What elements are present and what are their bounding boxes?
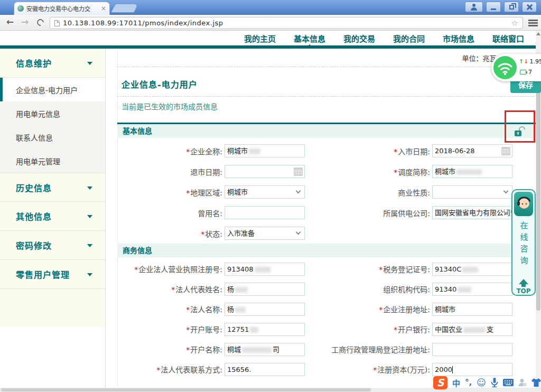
nav-item-my-contracts[interactable]: 我的合同	[393, 33, 425, 44]
redaction-smudge	[458, 287, 471, 293]
tab-title: 安徽电力交易中心电力交	[26, 4, 99, 13]
minimize-button[interactable]	[486, 2, 501, 12]
tuishi-riqi-label: 退市日期:	[117, 166, 225, 177]
faren-daibiao-label: *法人代表姓名:	[117, 284, 225, 294]
network-monitor-widget[interactable]: ↑↓1.95K/s 7	[491, 54, 541, 81]
nav-item-basic-info[interactable]: 基本信息	[294, 33, 325, 44]
page-title: 企业信息-电力用户	[122, 78, 198, 90]
scrollbar-thumb[interactable]	[1, 388, 371, 391]
dili-quyu-label: *地理区域:	[117, 187, 225, 198]
address-bar[interactable]: 10.138.108.99:17011/pmos/index/index.jsp…	[50, 17, 523, 29]
faren-daibiao-input[interactable]: 杨	[225, 283, 305, 296]
bookmark-star-icon[interactable]: ☆	[511, 18, 518, 28]
skin-tshirt-icon[interactable]	[531, 378, 541, 387]
sidebar-item-power-unit-info[interactable]: 用电单元信息	[0, 101, 105, 125]
redaction-smudge	[255, 267, 270, 273]
sogou-logo[interactable]: S	[433, 376, 447, 389]
sidebar-group-retail[interactable]: 零售用户管理	[0, 260, 105, 289]
zhuangtai-label: *状态:	[117, 228, 225, 239]
scrollbar-thumb[interactable]	[536, 79, 540, 311]
forward-button[interactable]: →	[21, 16, 29, 27]
annotation-red-box	[505, 110, 535, 143]
zhuangtai-select[interactable]: 入市准备	[225, 227, 305, 240]
sidebar-item-enterprise-info[interactable]: 企业信息-电力用户	[0, 78, 105, 101]
sidebar-group-password[interactable]: 密码修改	[0, 231, 105, 260]
tuishi-riqi-input[interactable]	[225, 165, 305, 178]
cengyongming-input[interactable]	[225, 206, 305, 219]
rushi-riqi-input[interactable]: 2018-06-28	[432, 144, 512, 157]
ime-punctuation[interactable]: °,	[465, 378, 472, 387]
chevron-down-icon	[503, 189, 509, 194]
close-button[interactable]	[522, 2, 537, 12]
online-consult-widget[interactable]: 在线咨询 TOP	[511, 189, 536, 296]
keyboard-icon[interactable]	[503, 379, 514, 386]
kaihu-zhanghao-input[interactable]: 12751	[225, 323, 305, 336]
calendar-icon[interactable]	[501, 146, 510, 155]
url-text[interactable]: 10.138.108.99:17011/pmos/index/index.jsp	[63, 19, 511, 27]
emoji-icon[interactable]: ☺	[477, 377, 486, 388]
gongshang-dizhi-input[interactable]	[432, 343, 512, 356]
scrollbar-up-button[interactable]	[536, 32, 540, 35]
kaihu-mingcheng-label: *开户名称:	[117, 344, 225, 354]
tab-close-icon[interactable]: ×	[101, 5, 106, 12]
shangye-xingzhi-select[interactable]	[432, 185, 512, 199]
text-cursor	[452, 366, 453, 374]
page-icon	[54, 20, 60, 26]
faren-mingcheng-input[interactable]: 杨	[225, 303, 305, 316]
required-mark: *	[171, 285, 175, 294]
sidebar-group-info[interactable]: 信息维护	[0, 49, 105, 78]
zhuce-ziben-input[interactable]: 2000	[432, 363, 512, 376]
nav-item-home[interactable]: 我的主页	[244, 33, 276, 44]
required-mark: *	[186, 305, 190, 314]
kaihu-yinhang-label: *开户银行:	[327, 324, 432, 334]
account-icon[interactable]	[518, 378, 527, 387]
status-note: 当前是已生效的市场成员信息	[122, 101, 218, 111]
nav-item-my-trades[interactable]: 我的交易	[343, 33, 375, 44]
faren-lianxi-input[interactable]: 15656.	[225, 363, 305, 376]
dili-quyu-select[interactable]: 桐城市	[225, 185, 305, 199]
sidebar-item-power-unit-mgmt[interactable]: 用电单元管理	[0, 149, 105, 173]
diaodu-jiancheng-input[interactable]: 桐城市	[432, 165, 512, 178]
close-icon	[526, 4, 533, 10]
screen: 安徽电力交易中心电力交 × ← → 10.138.108.99:17011/pm…	[0, 0, 541, 392]
back-button[interactable]: ←	[6, 16, 14, 27]
browser-toolbar: ← → 10.138.108.99:17011/pmos/index/index…	[0, 15, 541, 31]
profile-button[interactable]	[465, 2, 483, 12]
zuzhi-jigou-input[interactable]: 91340	[432, 283, 512, 296]
back-to-top-icon[interactable]	[519, 279, 528, 284]
chevron-down-icon	[87, 244, 92, 247]
yingye-zhizhao-label: *企业法人营业执照注册号:	[117, 264, 225, 274]
redaction-smudge	[462, 267, 478, 273]
browser-titlebar: 安徽电力交易中心电力交 ×	[0, 0, 541, 15]
qiye-zhuce-dizhi-input[interactable]: 桐城市	[432, 303, 512, 316]
section-header-basic: 基本信息	[117, 124, 536, 138]
nav-item-market-info[interactable]: 市场信息	[443, 33, 474, 44]
sidebar-group-history[interactable]: 历史信息	[0, 173, 105, 202]
yingye-zhizhao-input[interactable]: 913408	[225, 263, 305, 276]
sidebar-group-other[interactable]: 其他信息	[0, 202, 105, 231]
browser-tab[interactable]: 安徽电力交易中心电力交 ×	[14, 2, 110, 15]
microphone-icon[interactable]	[491, 378, 498, 387]
new-tab-button[interactable]	[110, 4, 138, 13]
qiye-quancheng-input[interactable]: 桐城市	[225, 144, 305, 157]
maximize-button[interactable]	[504, 2, 519, 12]
calendar-icon[interactable]	[294, 167, 303, 176]
shangye-xingzhi-label: 商业性质:	[327, 187, 432, 198]
nav-item-contact[interactable]: 联络窗口	[492, 33, 524, 44]
required-mark: *	[379, 265, 383, 274]
kaihu-yinhang-input[interactable]: 中国农业支	[432, 323, 512, 336]
browser-menu-icon[interactable]	[528, 20, 538, 26]
customer-service-avatar	[514, 192, 533, 216]
ime-toolbar: S 中 °, ☺	[433, 375, 541, 390]
gongshang-dizhi-label: 工商行政管理局登记注册地址:	[327, 344, 432, 354]
required-mark: *	[394, 168, 397, 176]
zhuce-ziben-label: *注册资本(万元):	[327, 364, 432, 375]
separator	[117, 67, 535, 67]
reload-icon[interactable]	[35, 17, 45, 27]
suoshu-gongdian-select[interactable]: 国网安徽省电力有限公司安	[432, 206, 512, 219]
ime-mode-chinese[interactable]: 中	[452, 377, 460, 388]
shuiwu-dengji-input[interactable]: 91340C	[432, 263, 512, 276]
sidebar-item-contact-info[interactable]: 联系人信息	[0, 125, 105, 149]
kaihu-mingcheng-input[interactable]: 桐城司	[225, 343, 305, 356]
top-label[interactable]: TOP	[516, 287, 530, 295]
